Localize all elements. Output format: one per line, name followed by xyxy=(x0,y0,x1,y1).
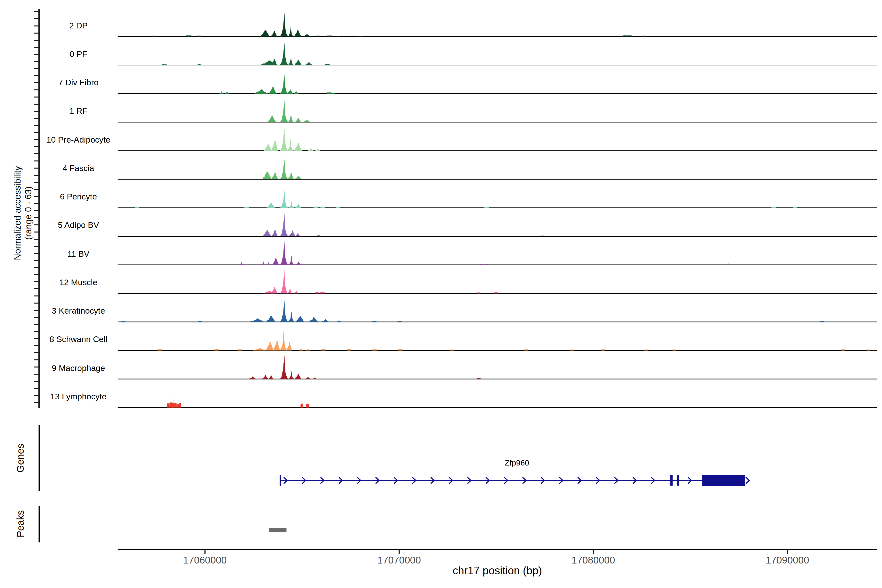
track-signal xyxy=(288,370,294,379)
screenshot-stage: Normalized accessibility (range 0 - 63) … xyxy=(0,0,882,588)
track-signal xyxy=(315,36,320,36)
gene-thin-exon xyxy=(670,475,673,486)
track-signal xyxy=(225,92,230,94)
track-signal xyxy=(280,158,288,179)
track-signal xyxy=(186,36,192,36)
peaks-section-label: Peaks xyxy=(15,510,26,537)
track-signal xyxy=(477,378,481,379)
track-signal xyxy=(272,229,278,236)
track-signal xyxy=(305,62,313,65)
x-tick-label: 17090000 xyxy=(743,555,831,566)
track-signal xyxy=(298,348,303,350)
track-signal xyxy=(288,113,294,122)
track-signal xyxy=(268,375,274,379)
track-signal xyxy=(214,350,219,351)
track-signal xyxy=(494,292,498,294)
track-signal xyxy=(295,373,302,379)
track-label: 8 Schwann Cell xyxy=(10,334,147,345)
track-label: 5 Adipo BV xyxy=(10,220,147,231)
track-label: 0 PF xyxy=(10,49,147,60)
track-signal xyxy=(315,292,319,293)
track-signal xyxy=(398,321,402,322)
track-signal xyxy=(280,127,288,151)
track-signal xyxy=(152,36,156,36)
track-signal xyxy=(262,375,268,379)
track-label: 3 Keratinocyte xyxy=(10,306,147,316)
track-signal xyxy=(305,377,311,379)
track-signal xyxy=(312,378,317,379)
track-signal xyxy=(280,98,288,122)
track-signal xyxy=(244,207,249,208)
track-signal xyxy=(477,292,480,294)
track-signal xyxy=(315,149,320,151)
track-signal xyxy=(280,212,288,236)
track-signal xyxy=(484,207,489,208)
track-signal xyxy=(372,321,376,322)
track-signal xyxy=(327,92,331,94)
track-signal xyxy=(197,36,201,36)
track-signal xyxy=(296,261,301,265)
x-tick-label: 17080000 xyxy=(549,555,637,566)
track-signal xyxy=(262,171,272,179)
called-peak-bar xyxy=(269,528,286,532)
track-signal xyxy=(167,403,170,408)
track-signal xyxy=(295,204,301,208)
track-signal xyxy=(280,354,288,379)
track-signal xyxy=(300,404,303,407)
track-label: 4 Fascia xyxy=(10,163,147,174)
track-signal xyxy=(841,350,845,351)
track-label: 11 BV xyxy=(10,249,147,260)
track-signal xyxy=(260,28,270,36)
track-signal xyxy=(272,139,278,151)
x-tick-label: 17060000 xyxy=(161,555,249,566)
track-signal xyxy=(820,321,824,322)
track-signal xyxy=(272,171,278,179)
track-signal xyxy=(269,86,277,94)
track-signal xyxy=(162,64,166,65)
track-signal xyxy=(170,402,172,407)
x-axis-title: chr17 position (bp) xyxy=(350,564,644,577)
track-signal xyxy=(266,261,270,265)
track-signal xyxy=(867,350,870,351)
track-signal xyxy=(237,350,242,351)
track-signal xyxy=(289,230,296,236)
track-signal xyxy=(347,350,351,351)
track-signal xyxy=(485,264,488,265)
track-signal xyxy=(296,315,304,322)
track-signal xyxy=(336,321,342,322)
track-signal xyxy=(280,267,288,293)
track-signal xyxy=(327,36,333,36)
track-signal xyxy=(266,342,274,351)
track-signal xyxy=(280,298,288,322)
track-signal xyxy=(309,317,319,322)
track-signal xyxy=(273,258,279,265)
gene-thick-exon xyxy=(702,475,745,486)
track-signal xyxy=(601,350,605,351)
track-signal xyxy=(287,138,294,151)
x-tick-label: 17070000 xyxy=(355,555,443,566)
track-signal xyxy=(280,40,288,65)
track-signal xyxy=(288,171,294,179)
track-signal xyxy=(337,36,340,36)
track-label: 6 Pericyte xyxy=(10,192,147,202)
track-signal xyxy=(321,319,329,322)
track-label: 9 Macrophage xyxy=(10,363,147,374)
track-signal xyxy=(280,332,287,351)
track-signal xyxy=(308,148,314,151)
genes-section-label: Genes xyxy=(15,444,26,472)
track-signal xyxy=(306,404,309,407)
track-signal xyxy=(321,207,325,208)
track-signal xyxy=(570,350,574,351)
track-signal xyxy=(294,29,302,36)
track-signal xyxy=(480,264,483,265)
track-label: 7 Div Fibro xyxy=(10,77,147,88)
y-axis-title-line2: (range 0 - 63) xyxy=(23,166,34,260)
track-signal xyxy=(295,175,302,179)
track-signal xyxy=(450,350,454,351)
track-signal xyxy=(288,201,294,208)
track-signal xyxy=(267,116,276,122)
track-signal xyxy=(622,36,632,36)
track-signal xyxy=(793,207,797,208)
track-signal xyxy=(280,73,288,94)
track-signal xyxy=(249,376,256,379)
